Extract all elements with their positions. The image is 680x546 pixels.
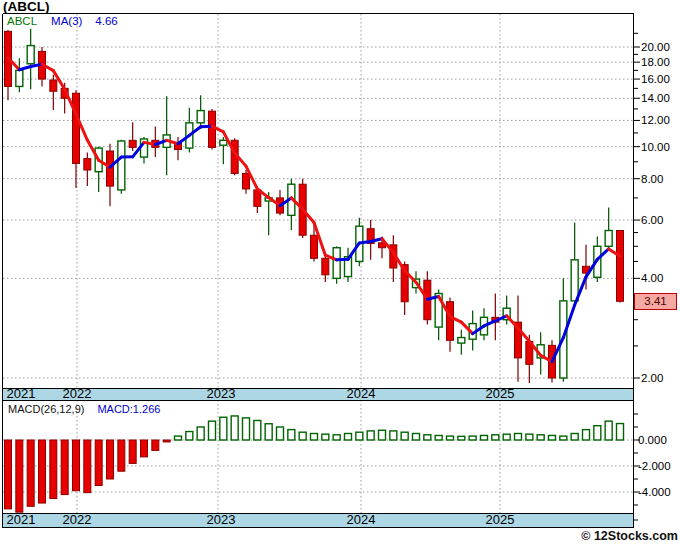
macd-axis-label: -2.000 (638, 460, 671, 472)
macd-bar-positive (424, 435, 431, 440)
candle-down (322, 258, 329, 275)
year-label: 2024 (347, 386, 376, 401)
macd-bar-positive (583, 430, 590, 440)
year-label: 2024 (347, 512, 376, 527)
ma-line (8, 58, 620, 362)
candlesticks (5, 29, 624, 383)
candle-down (50, 80, 57, 91)
macd-current-value: MACD:1.266 (97, 403, 160, 415)
macd-bar-positive (288, 430, 295, 440)
stock-chart-page: 20.0018.0016.0014.0012.0010.008.006.004.… (0, 0, 680, 546)
price-axis-label: 2.00 (641, 372, 663, 384)
macd-legend: MACD(26,12,9)MACD:1.266 (8, 403, 160, 415)
macd-bar-positive (549, 435, 556, 440)
macd-axis-label: 0.000 (638, 434, 667, 446)
macd-bar-positive (458, 436, 465, 440)
chart-legend: ABCLMA(3)4.66 (7, 15, 118, 27)
macd-bar-negative (107, 440, 114, 479)
macd-axis: 0.000-2.000-4.000 (633, 414, 671, 520)
macd-histogram (5, 416, 624, 512)
macd-bar-negative (95, 440, 102, 486)
price-axis: 20.0018.0016.0014.0012.0010.008.006.004.… (633, 33, 670, 384)
macd-bar-positive (469, 436, 476, 440)
macd-bar-positive (492, 435, 499, 440)
macd-bar-positive (515, 434, 522, 441)
candle-up (220, 140, 227, 145)
year-label: 2021 (7, 386, 36, 401)
macd-bar-negative (27, 440, 34, 506)
macd-bar-positive (605, 421, 612, 440)
macd-bar-positive (209, 421, 216, 440)
candle-down (243, 173, 250, 189)
watermark: © 12Stocks.com (581, 529, 678, 543)
macd-bar-positive (186, 432, 193, 440)
macd-bar-positive (617, 424, 624, 440)
price-axis-label: 18.00 (641, 56, 670, 68)
macd-bar-negative (61, 440, 68, 495)
candle-down (73, 93, 80, 163)
macd-bar-positive (299, 432, 306, 440)
macd-bar-negative (141, 440, 148, 457)
price-axis-label: 16.00 (641, 73, 670, 85)
macd-bar-positive (197, 427, 204, 440)
macd-bar-negative (5, 440, 12, 509)
macd-bar-positive (356, 432, 363, 440)
chart-canvas: 20.0018.0016.0014.0012.0010.008.006.004.… (0, 0, 680, 546)
macd-bar-positive (220, 417, 227, 440)
macd-bar-positive (594, 426, 601, 440)
price-axis-label: 4.00 (641, 272, 663, 284)
legend-ma-value: 4.66 (95, 15, 117, 27)
macd-bar-negative (50, 440, 57, 499)
candle-up (458, 338, 465, 344)
macd-axis-label: -4.000 (638, 486, 671, 498)
macd-bar-positive (277, 427, 284, 440)
price-axis-label: 6.00 (641, 214, 663, 226)
macd-bar-negative (163, 440, 170, 442)
macd-bar-negative (73, 440, 80, 491)
macd-bar-negative (39, 440, 46, 503)
macd-bar-negative (118, 440, 125, 471)
legend-symbol: ABCL (7, 15, 37, 27)
year-label: 2023 (207, 386, 236, 401)
candle-down (447, 302, 454, 341)
price-axis-label: 12.00 (641, 114, 670, 126)
price-axis-label: 14.00 (641, 92, 670, 104)
macd-bar-positive (175, 436, 182, 440)
price-axis-label: 8.00 (641, 173, 663, 185)
candle-up (118, 141, 125, 190)
candle-up (27, 46, 34, 64)
macd-bar-positive (243, 418, 250, 440)
page-title: (ABCL) (3, 0, 50, 14)
macd-bar-positive (537, 435, 544, 440)
candle-down (209, 111, 216, 147)
macd-bar-positive (481, 435, 488, 440)
year-label: 2023 (207, 512, 236, 527)
candle-up (605, 231, 612, 247)
macd-bar-positive (231, 416, 238, 440)
macd-bar-positive (254, 421, 261, 441)
candle-down (84, 159, 91, 170)
macd-bar-positive (311, 434, 318, 441)
macd-bar-positive (401, 432, 408, 440)
year-label: 2022 (63, 512, 92, 527)
price-gridlines (3, 47, 633, 378)
macd-bar-positive (333, 435, 340, 440)
candle-up (333, 248, 340, 279)
macd-bar-positive (379, 430, 386, 440)
macd-bar-positive (560, 436, 567, 440)
candle-up (16, 70, 23, 86)
candle-down (129, 140, 136, 147)
macd-bar-positive (571, 434, 578, 441)
legend-ma-label: MA(3) (51, 15, 82, 27)
year-label: 2025 (486, 512, 515, 527)
macd-bar-positive (503, 434, 510, 440)
price-axis-label: 20.00 (641, 41, 670, 53)
year-label: 2022 (63, 386, 92, 401)
macd-bar-negative (129, 440, 136, 463)
macd-bar-positive (322, 434, 329, 440)
macd-bar-positive (526, 434, 533, 440)
macd-bar-negative (16, 440, 23, 512)
candle-down (617, 231, 624, 302)
last-price-tag: 3.41 (634, 293, 677, 310)
candle-up (197, 111, 204, 123)
